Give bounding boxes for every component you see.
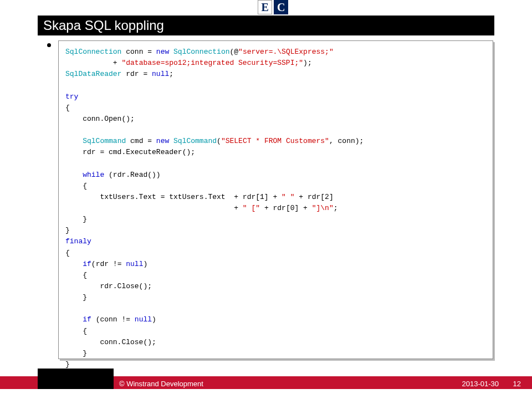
code-token: new	[156, 48, 169, 56]
code-token: conn.Close();	[65, 338, 156, 346]
code-token: " ["	[243, 204, 260, 212]
code-token: ;	[169, 70, 173, 78]
code-token: if	[83, 260, 91, 268]
code-token: SqlCommand	[83, 137, 126, 145]
code-token: {	[65, 182, 87, 190]
footer-copyright: © Winstrand Development	[119, 380, 203, 388]
logo-boxes: E C	[258, 0, 288, 14]
code-token: cmd =	[126, 137, 156, 145]
code-token: txtUsers.Text = txtUsers.Text + rdr[1] +	[65, 193, 282, 201]
logo-letter-c: C	[274, 0, 288, 14]
code-token: }	[65, 349, 87, 357]
code-token: }	[65, 226, 70, 234]
code-token: null	[126, 260, 143, 268]
code-token: conn.Open();	[65, 115, 135, 123]
bullet-icon	[47, 43, 51, 47]
code-token: conn =	[121, 48, 156, 56]
slide-title: Skapa SQL koppling	[38, 16, 494, 35]
code-token: , conn);	[329, 137, 364, 145]
code-token: SqlDataReader	[65, 70, 121, 78]
code-token: try	[65, 93, 78, 101]
code-token	[65, 137, 83, 145]
code-token: {	[65, 249, 70, 257]
code-token: rdr = cmd.ExecuteReader();	[65, 148, 195, 156]
code-token: (conn !=	[91, 315, 135, 324]
code-token: (@	[229, 48, 238, 56]
code-token: (rdr.Read())	[104, 171, 160, 179]
code-token: finaly	[65, 237, 91, 245]
code-token: " "	[282, 193, 294, 201]
code-token: );	[303, 59, 312, 67]
code-token	[169, 48, 173, 56]
footer-black-box	[38, 369, 114, 389]
logo-letter-e: E	[258, 0, 272, 14]
code-token: + rdr[2]	[294, 193, 333, 201]
code-token: SqlConnection	[173, 48, 229, 56]
code-token: rdr.Close();	[65, 282, 152, 290]
code-token: )	[152, 315, 156, 324]
code-token: (	[217, 137, 221, 145]
code-token	[65, 171, 83, 179]
code-token: )	[143, 260, 147, 268]
code-token: +	[65, 204, 243, 212]
code-token: }	[65, 215, 87, 223]
code-token: null	[152, 70, 169, 78]
footer-page-number: 12	[513, 380, 521, 388]
code-token: +	[65, 59, 121, 67]
code-token: if	[83, 315, 91, 324]
code-token: new	[156, 137, 169, 145]
code-token: "]\n"	[312, 204, 334, 212]
code-token: }	[65, 360, 70, 369]
code-token: {	[65, 327, 87, 335]
code-token: while	[83, 171, 104, 179]
code-token: "server=.\SQLExpress;"	[238, 48, 334, 56]
code-token: SqlConnection	[65, 48, 121, 56]
code-token	[169, 137, 173, 145]
footer-date: 2013-01-30	[462, 380, 499, 388]
code-token	[65, 315, 83, 324]
code-token	[65, 260, 83, 268]
code-token: + rdr[0] +	[260, 204, 312, 212]
code-token: (rdr !=	[91, 260, 126, 268]
code-token: SqlCommand	[173, 137, 217, 145]
code-token: rdr =	[121, 70, 152, 78]
code-token: "database=spo12;integrated Security=SSPI…	[121, 59, 303, 67]
code-token: {	[65, 104, 70, 112]
code-token: }	[65, 293, 87, 301]
code-token: {	[65, 271, 87, 279]
code-token: ;	[334, 204, 338, 212]
code-block: SqlConnection conn = new SqlConnection(@…	[58, 40, 493, 359]
code-token: null	[135, 315, 152, 324]
code-token: "SELECT * FROM Customers"	[221, 137, 329, 145]
